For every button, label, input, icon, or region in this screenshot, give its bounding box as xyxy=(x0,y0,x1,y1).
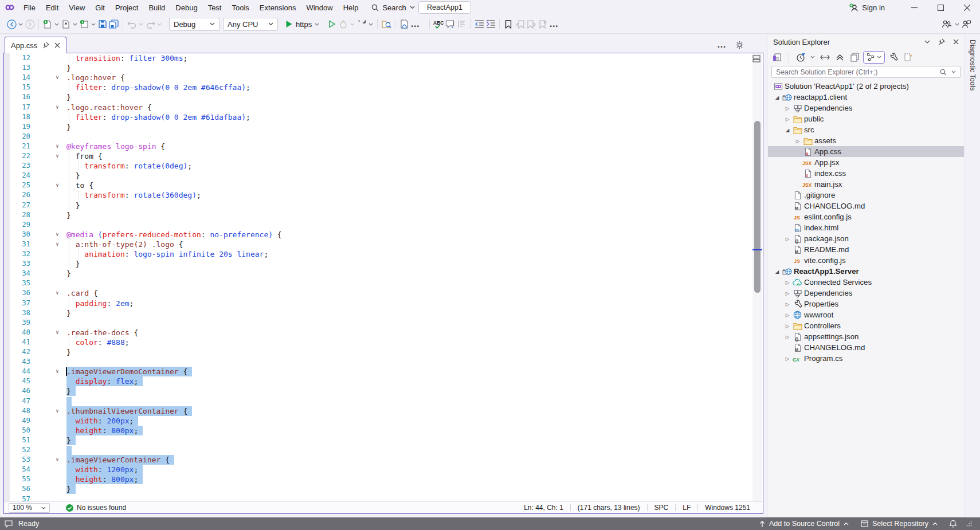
code-line-43[interactable]: 43 xyxy=(4,357,763,367)
tree-item-solution-reactapp1-2-of-2-projects[interactable]: Solution 'ReactApp1' (2 of 2 projects) xyxy=(768,81,964,92)
start-without-debugging-button[interactable] xyxy=(326,18,338,30)
menu-tools[interactable]: Tools xyxy=(226,2,254,14)
clear-bookmarks-button[interactable] xyxy=(537,18,548,30)
filter-dropdown-icon[interactable] xyxy=(809,51,816,64)
code-line-50[interactable]: 50 height: 800px; xyxy=(4,426,763,435)
fold-collapse-icon[interactable]: ∨ xyxy=(53,73,61,83)
tree-item-dependencies[interactable]: ▷Dependencies xyxy=(768,103,964,113)
format-document-button[interactable] xyxy=(456,18,467,30)
copy-icon[interactable] xyxy=(848,51,861,64)
tree-item-reactapp1-client[interactable]: ◢reactapp1.client xyxy=(768,92,964,103)
expander-expanded-icon[interactable]: ◢ xyxy=(773,269,782,274)
code-line-57[interactable]: 57 xyxy=(4,494,763,502)
code-line-36[interactable]: 36∨.card { xyxy=(4,288,763,298)
save-all-button[interactable] xyxy=(108,18,120,30)
solution-platform-select[interactable]: Any CPU xyxy=(223,18,278,31)
panel-menu-chevron-icon[interactable] xyxy=(924,40,930,44)
tree-item-package-json[interactable]: ▷{}package.json xyxy=(768,233,964,244)
expander-expanded-icon[interactable]: ◢ xyxy=(783,127,792,133)
code-line-17[interactable]: 17∨.logo.react:hover { xyxy=(4,103,763,112)
pending-changes-filter-icon[interactable] xyxy=(794,51,807,64)
menu-help[interactable]: Help xyxy=(338,2,364,14)
tree-item-app-jsx[interactable]: JSXApp.jsx xyxy=(768,157,964,168)
tree-item-changelog-md[interactable]: M↓CHANGELOG.md xyxy=(768,201,964,211)
editor-status-item[interactable]: LF xyxy=(676,504,697,512)
code-line-42[interactable]: 42} xyxy=(4,347,763,357)
tree-item-eslint-config-js[interactable]: JSeslint.config.js xyxy=(768,211,964,222)
tree-item-properties[interactable]: ▷Properties xyxy=(768,299,964,309)
tree-item-public[interactable]: ▷public xyxy=(768,113,964,124)
code-line-20[interactable]: 20 xyxy=(4,132,763,142)
chevron-down-icon[interactable] xyxy=(951,70,956,73)
fold-collapse-icon[interactable]: ∨ xyxy=(53,406,61,416)
expander-collapsed-icon[interactable]: ▷ xyxy=(783,105,792,111)
menu-build[interactable]: Build xyxy=(143,2,170,14)
code-line-21[interactable]: 21∨@keyframes logo-spin { xyxy=(4,142,763,151)
navigate-back-dropdown[interactable] xyxy=(17,18,24,30)
file-nesting-toggle[interactable] xyxy=(863,51,885,64)
code-line-22[interactable]: 22∨ from { xyxy=(4,151,763,161)
resize-grip-icon[interactable] xyxy=(966,521,972,527)
code-line-46[interactable]: 46} xyxy=(4,386,763,396)
tree-item-index-css[interactable]: #index.css xyxy=(768,168,964,179)
notifications-bell-icon[interactable] xyxy=(950,520,957,528)
pin-icon[interactable] xyxy=(938,38,945,45)
code-line-48[interactable]: 48∨.thumbnailViewerContainer { xyxy=(4,406,763,416)
tree-item-vite-config-js[interactable]: JSvite.config.js xyxy=(768,255,964,266)
live-share-button[interactable] xyxy=(941,18,952,30)
properties-wrench-icon[interactable] xyxy=(887,51,900,64)
tab-diagnostic-tools[interactable]: Diagnostic Tools xyxy=(969,40,977,91)
tree-item-main-jsx[interactable]: JSXmain.jsx xyxy=(768,179,964,190)
feedback-bubble-icon[interactable] xyxy=(5,520,13,528)
code-line-35[interactable]: 35 xyxy=(4,278,763,288)
code-line-49[interactable]: 49 width: 200px; xyxy=(4,416,763,426)
tree-item-changelog-md[interactable]: M↓CHANGELOG.md xyxy=(768,342,964,353)
undo-dropdown[interactable] xyxy=(138,18,144,30)
restart-dropdown[interactable] xyxy=(367,18,374,30)
menu-edit[interactable]: Edit xyxy=(41,2,64,14)
open-file-dropdown[interactable] xyxy=(72,18,79,30)
code-line-33[interactable]: 33 } xyxy=(4,259,763,269)
add-to-source-control-button[interactable]: Add to Source Control xyxy=(759,520,849,528)
code-line-54[interactable]: 54 width: 1200px; xyxy=(4,465,763,474)
expander-collapsed-icon[interactable]: ▷ xyxy=(783,280,792,285)
close-panel-icon[interactable] xyxy=(953,39,959,45)
code-line-44[interactable]: 44∨.imageViewerDemoContainer { xyxy=(4,367,763,376)
code-line-24[interactable]: 24 } xyxy=(4,171,763,180)
expander-collapsed-icon[interactable]: ▷ xyxy=(783,356,792,362)
fold-collapse-icon[interactable]: ∨ xyxy=(53,151,61,161)
tree-item-src[interactable]: ◢src xyxy=(768,124,964,135)
send-feedback-button[interactable] xyxy=(961,18,972,30)
code-line-37[interactable]: 37 padding: 2em; xyxy=(4,299,763,308)
fold-collapse-icon[interactable]: ∨ xyxy=(53,230,61,240)
solution-configuration-select[interactable]: Debug xyxy=(169,18,219,31)
code-line-16[interactable]: 16} xyxy=(4,92,763,102)
undo-button[interactable] xyxy=(126,18,138,30)
close-tab-icon[interactable] xyxy=(54,42,60,48)
zoom-select[interactable]: 100 % xyxy=(9,503,50,513)
code-line-15[interactable]: 15 filter: drop-shadow(0 0 2em #646cffaa… xyxy=(4,83,763,92)
menu-window[interactable]: Window xyxy=(301,2,338,14)
hot-reload-button[interactable] xyxy=(338,18,349,30)
tree-item-dependencies[interactable]: ▷Dependencies xyxy=(768,288,964,299)
add-item-dropdown[interactable] xyxy=(90,18,97,30)
editor-vertical-scrollbar[interactable] xyxy=(752,53,762,501)
tree-item-wwwroot[interactable]: ▷wwwroot xyxy=(768,309,964,320)
code-line-25[interactable]: 25∨ to { xyxy=(4,180,763,190)
menu-test[interactable]: Test xyxy=(203,2,227,14)
code-line-27[interactable]: 27 } xyxy=(4,201,763,210)
pin-icon[interactable] xyxy=(42,42,49,49)
code-line-18[interactable]: 18 filter: drop-shadow(0 0 2em #61dafbaa… xyxy=(4,112,763,122)
tree-item-index-html[interactable]: <>index.html xyxy=(768,222,964,233)
code-line-31[interactable]: 31∨ a:nth-of-type(2) .logo { xyxy=(4,240,763,249)
open-file-button[interactable] xyxy=(60,18,72,30)
tree-item-app-css[interactable]: #App.css xyxy=(768,146,964,157)
code-line-38[interactable]: 38} xyxy=(4,308,763,318)
code-line-30[interactable]: 30∨@media (prefers-reduced-motion: no-pr… xyxy=(4,230,763,240)
scrollbar-thumb[interactable] xyxy=(754,121,761,293)
start-debugging-button[interactable]: https xyxy=(285,20,319,29)
code-line-26[interactable]: 26 transform: rotate(360deg); xyxy=(4,190,763,200)
previous-bookmark-button[interactable] xyxy=(514,18,526,30)
text-editor-overflow-button[interactable]: … xyxy=(548,18,560,30)
fold-collapse-icon[interactable]: ∨ xyxy=(53,240,61,249)
